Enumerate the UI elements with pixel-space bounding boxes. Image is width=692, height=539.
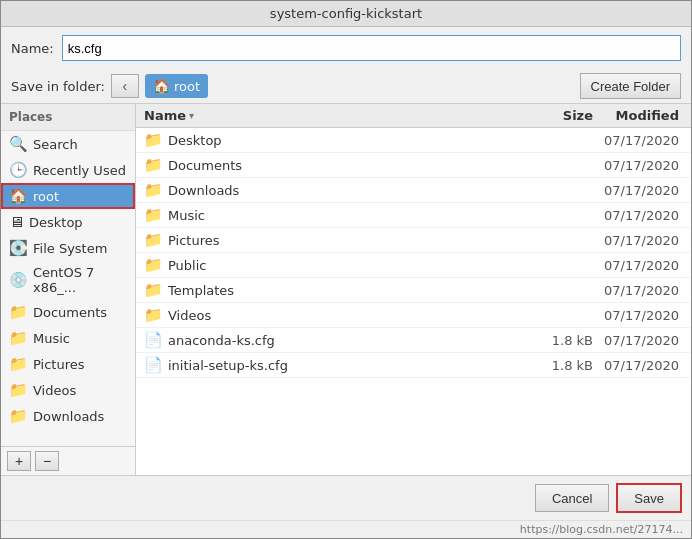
sidebar-item-documents[interactable]: 📁 Documents (1, 299, 135, 325)
sidebar-items: 🔍 Search 🕒 Recently Used 🏠 root 🖥 Deskto… (1, 131, 135, 446)
file-pane: Name ▾ Size Modified 📁 Desktop 07/17/202… (136, 104, 691, 475)
file-name: Documents (168, 158, 533, 173)
sidebar-label-recently-used: Recently Used (33, 163, 126, 178)
sidebar-icon-documents: 📁 (9, 303, 28, 321)
title-bar: system-config-kickstart (1, 1, 691, 27)
file-icon: 📁 (144, 181, 163, 199)
sidebar-icon-file-system: 💽 (9, 239, 28, 257)
file-icon: 📁 (144, 256, 163, 274)
file-row[interactable]: 📁 Downloads 07/17/2020 (136, 178, 691, 203)
main-area: Places 🔍 Search 🕒 Recently Used 🏠 root 🖥… (1, 104, 691, 475)
sidebar-label-videos: Videos (33, 383, 76, 398)
name-label: Name: (11, 41, 54, 56)
sidebar-icon-pictures: 📁 (9, 355, 28, 373)
url-text: https://blog.csdn.net/27174... (520, 523, 683, 536)
name-row: Name: (1, 27, 691, 69)
file-list: 📁 Desktop 07/17/2020 📁 Documents 07/17/2… (136, 128, 691, 475)
remove-place-button[interactable]: − (35, 451, 59, 471)
save-button[interactable]: Save (617, 484, 681, 512)
window-title: system-config-kickstart (270, 6, 422, 21)
file-date: 07/17/2020 (593, 333, 683, 348)
sidebar-item-recently-used[interactable]: 🕒 Recently Used (1, 157, 135, 183)
file-size: 1.8 kB (533, 358, 593, 373)
sidebar-item-videos[interactable]: 📁 Videos (1, 377, 135, 403)
sidebar-item-music[interactable]: 📁 Music (1, 325, 135, 351)
file-row[interactable]: 📁 Documents 07/17/2020 (136, 153, 691, 178)
sidebar-icon-videos: 📁 (9, 381, 28, 399)
file-icon: 📁 (144, 156, 163, 174)
file-row[interactable]: 📁 Pictures 07/17/2020 (136, 228, 691, 253)
file-date: 07/17/2020 (593, 158, 683, 173)
sidebar-label-desktop: Desktop (29, 215, 83, 230)
file-icon: 📄 (144, 331, 163, 349)
column-name-header[interactable]: Name ▾ (144, 108, 533, 123)
file-name: Downloads (168, 183, 533, 198)
file-row[interactable]: 📁 Desktop 07/17/2020 (136, 128, 691, 153)
sidebar-item-pictures[interactable]: 📁 Pictures (1, 351, 135, 377)
sidebar-label-pictures: Pictures (33, 357, 84, 372)
file-name: anaconda-ks.cfg (168, 333, 533, 348)
file-name: Desktop (168, 133, 533, 148)
sidebar-icon-downloads: 📁 (9, 407, 28, 425)
file-row[interactable]: 📁 Videos 07/17/2020 (136, 303, 691, 328)
back-button[interactable]: ‹ (111, 74, 139, 98)
sidebar-icon-desktop: 🖥 (9, 213, 24, 231)
sidebar-header: Places (1, 104, 135, 131)
sidebar-icon-search: 🔍 (9, 135, 28, 153)
dialog-footer: Cancel Save (1, 475, 691, 520)
sidebar-item-search[interactable]: 🔍 Search (1, 131, 135, 157)
sidebar-icon-recently-used: 🕒 (9, 161, 28, 179)
file-name: Templates (168, 283, 533, 298)
dialog: system-config-kickstart Name: Save in fo… (0, 0, 692, 539)
file-row[interactable]: 📁 Public 07/17/2020 (136, 253, 691, 278)
column-size-header[interactable]: Size (533, 108, 593, 123)
file-name: initial-setup-ks.cfg (168, 358, 533, 373)
file-name: Music (168, 208, 533, 223)
cancel-button[interactable]: Cancel (535, 484, 609, 512)
name-input[interactable] (62, 35, 681, 61)
file-name: Pictures (168, 233, 533, 248)
sidebar-footer: + − (1, 446, 135, 475)
file-icon: 📁 (144, 206, 163, 224)
file-header: Name ▾ Size Modified (136, 104, 691, 128)
file-row[interactable]: 📄 initial-setup-ks.cfg 1.8 kB 07/17/2020 (136, 353, 691, 378)
file-name: Public (168, 258, 533, 273)
sidebar-label-search: Search (33, 137, 78, 152)
file-date: 07/17/2020 (593, 283, 683, 298)
location-badge[interactable]: 🏠 root (145, 74, 208, 98)
file-date: 07/17/2020 (593, 358, 683, 373)
sidebar-label-file-system: File System (33, 241, 107, 256)
file-date: 07/17/2020 (593, 208, 683, 223)
sidebar-label-centos: CentOS 7 x86_... (33, 265, 127, 295)
sidebar-item-root[interactable]: 🏠 root (1, 183, 135, 209)
file-row[interactable]: 📄 anaconda-ks.cfg 1.8 kB 07/17/2020 (136, 328, 691, 353)
sidebar-item-centos[interactable]: 💿 CentOS 7 x86_... (1, 261, 135, 299)
file-row[interactable]: 📁 Music 07/17/2020 (136, 203, 691, 228)
add-place-button[interactable]: + (7, 451, 31, 471)
file-icon: 📁 (144, 231, 163, 249)
location-label: root (174, 79, 200, 94)
save-in-label: Save in folder: (11, 79, 105, 94)
sidebar-icon-centos: 💿 (9, 271, 28, 289)
save-in-row: Save in folder: ‹ 🏠 root Create Folder (1, 69, 691, 104)
sidebar-icon-root: 🏠 (9, 187, 28, 205)
sidebar-label-root: root (33, 189, 59, 204)
column-modified-header[interactable]: Modified (593, 108, 683, 123)
file-icon: 📁 (144, 131, 163, 149)
file-date: 07/17/2020 (593, 233, 683, 248)
sidebar-label-documents: Documents (33, 305, 107, 320)
file-icon: 📁 (144, 306, 163, 324)
sidebar-item-file-system[interactable]: 💽 File System (1, 235, 135, 261)
file-icon: 📁 (144, 281, 163, 299)
sidebar-item-desktop[interactable]: 🖥 Desktop (1, 209, 135, 235)
file-date: 07/17/2020 (593, 133, 683, 148)
create-folder-button[interactable]: Create Folder (580, 73, 681, 99)
sidebar-label-music: Music (33, 331, 70, 346)
file-date: 07/17/2020 (593, 308, 683, 323)
sidebar-item-downloads[interactable]: 📁 Downloads (1, 403, 135, 429)
url-bar: https://blog.csdn.net/27174... (1, 520, 691, 538)
file-date: 07/17/2020 (593, 258, 683, 273)
file-row[interactable]: 📁 Templates 07/17/2020 (136, 278, 691, 303)
folder-icon: 🏠 (153, 78, 170, 94)
sidebar: Places 🔍 Search 🕒 Recently Used 🏠 root 🖥… (1, 104, 136, 475)
